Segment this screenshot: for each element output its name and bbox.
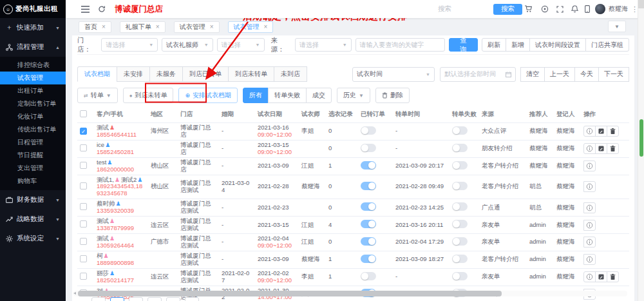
prev-page-button[interactable]: « <box>91 297 106 301</box>
clear-button[interactable]: 清空 <box>520 67 545 82</box>
subtab-未服务[interactable]: 未服务 <box>149 66 183 82</box>
transfer-order-button[interactable]: ⇄转单▼ <box>77 88 118 103</box>
delete-row-button[interactable] <box>607 143 619 154</box>
sidebar-item-购物车[interactable]: 购物车 <box>0 175 66 188</box>
store-select[interactable]: 请选择▼ <box>101 38 158 52</box>
customer-cell[interactable]: 柯♟18898900898 <box>94 251 148 268</box>
toolbar-button-试衣时间段设置[interactable]: 试衣时间段设置 <box>529 38 586 52</box>
page-button-4[interactable]: 4 <box>166 297 180 301</box>
fitting-time-select[interactable]: 试衣时间▼ <box>352 67 435 82</box>
keyword-input[interactable]: 请输入要查询的关键字 <box>355 38 445 52</box>
vertical-scroll-thumb[interactable] <box>639 119 643 157</box>
tab-试衣管理[interactable]: 试衣管理× <box>174 21 220 33</box>
detail-button[interactable] <box>583 160 596 171</box>
row-checkbox[interactable] <box>80 273 87 280</box>
subtab-未安排[interactable]: 未安排 <box>117 66 150 82</box>
sidebar-item-日程管理[interactable]: 日程管理 <box>0 136 66 149</box>
sidebar-item-化妆订单[interactable]: 化妆订单 <box>0 110 66 123</box>
customer-cell[interactable]: 丽莎♟18250214177 <box>94 268 148 286</box>
row-checkbox[interactable]: ✓ <box>80 128 87 135</box>
row-checkbox[interactable] <box>80 182 87 189</box>
fullscreen-icon[interactable] <box>556 0 564 18</box>
sidebar-item-支出管理[interactable]: 支出管理 <box>0 162 66 175</box>
prev-day-button[interactable]: 上一天 <box>544 67 575 82</box>
tab-首页[interactable]: 首页× <box>79 21 111 33</box>
transfer-failed-toggle[interactable] <box>452 237 468 246</box>
transfer-failed-toggle[interactable] <box>452 255 468 263</box>
delete-row-button[interactable] <box>607 126 619 137</box>
page-button-5[interactable]: 5 <box>185 297 199 301</box>
history-button[interactable]: 历史▼ <box>337 88 370 103</box>
filter-transfer-fail-button[interactable]: 转单失败 <box>268 88 307 103</box>
transferred-toggle[interactable] <box>361 126 376 135</box>
bell-icon[interactable] <box>571 0 578 18</box>
subtab-未到店[interactable]: 未到店 <box>274 66 307 82</box>
sidebar-group-流程管理[interactable]: 流程管理▲ <box>0 37 66 57</box>
fitter-select[interactable]: 试衣礼服师▼ <box>162 38 213 52</box>
search-button[interactable]: 搜索 <box>493 4 522 15</box>
page-button-2[interactable]: 2 <box>129 297 143 301</box>
next-day-button[interactable]: 下一天 <box>598 67 629 82</box>
edit-button[interactable] <box>595 143 607 154</box>
customer-cell[interactable]: 测试♟13387879999 <box>94 217 148 234</box>
status-select[interactable]: 请选择▼ <box>217 38 265 52</box>
transfer-failed-toggle[interactable] <box>452 182 468 190</box>
customer-cell[interactable]: test♟18620000000 <box>94 157 148 175</box>
row-checkbox[interactable] <box>80 255 87 262</box>
horizontal-scrollbar[interactable] <box>73 291 627 296</box>
sidebar-group-系统设定[interactable]: 系统设定▼ <box>0 229 66 248</box>
target-icon[interactable] <box>541 0 549 18</box>
sidebar-item-定制出售订单[interactable]: 定制出售订单 <box>0 97 66 110</box>
transferred-toggle[interactable] <box>361 161 376 170</box>
sidebar-item-出租订单[interactable]: 出租订单 <box>0 84 66 97</box>
tab-dropdown-button[interactable]: ▼ <box>608 21 626 32</box>
page-button-1[interactable]: 1 <box>110 297 124 301</box>
transfer-failed-toggle[interactable] <box>452 202 468 211</box>
close-icon[interactable]: × <box>210 23 214 30</box>
customer-cell[interactable]: ice♟15852450281 <box>94 140 148 157</box>
schedule-fitting-button[interactable]: ⊕安排试衣档期 <box>178 88 238 103</box>
user-name[interactable]: 蔡耀海 <box>609 0 628 18</box>
sidebar-item-传统出售订单[interactable]: 传统出售订单 <box>0 123 66 136</box>
sidebar-item-排控综合表[interactable]: 排控综合表 <box>0 59 66 72</box>
subtab-到店已转单[interactable]: 到店已转单 <box>182 66 229 82</box>
detail-button[interactable] <box>583 181 596 192</box>
row-checkbox[interactable] <box>80 203 87 210</box>
detail-button[interactable] <box>583 202 596 213</box>
subtab-试衣档期[interactable]: 试衣档期 <box>77 66 117 82</box>
transferred-toggle[interactable] <box>361 182 376 190</box>
detail-button[interactable] <box>583 220 596 231</box>
customer-cell[interactable]: 测试1,♟测试2♟18923434543,18932345678 <box>94 175 148 199</box>
refresh-icon[interactable] <box>98 0 106 18</box>
mobile-icon[interactable] <box>585 0 590 18</box>
transfer-failed-toggle[interactable] <box>452 144 468 152</box>
today-button[interactable]: 今天 <box>574 67 599 82</box>
delete-button[interactable]: 删除 <box>375 88 410 103</box>
toolbar-button-门店共享组[interactable]: 门店共享组 <box>585 38 629 52</box>
delete-row-button[interactable] <box>607 271 619 282</box>
tab-礼服下单[interactable]: 礼服下单× <box>120 21 166 33</box>
close-icon[interactable]: × <box>102 23 106 30</box>
transferred-toggle[interactable] <box>361 202 376 211</box>
date-range-input[interactable]: 默认选择全部时间 <box>440 67 516 82</box>
sidebar-item-试衣管理[interactable]: 试衣管理 <box>0 72 66 84</box>
cart-icon[interactable] <box>524 0 533 18</box>
arrived-not-transferred-button[interactable]: ●到店未转单 <box>123 88 174 103</box>
edit-button[interactable] <box>595 271 607 282</box>
transfer-failed-toggle[interactable] <box>452 220 468 228</box>
detail-button[interactable] <box>583 143 596 154</box>
hamburger-icon[interactable] <box>81 0 90 18</box>
horizontal-scroll-thumb[interactable] <box>78 291 502 296</box>
transfer-failed-toggle[interactable] <box>452 272 468 280</box>
sidebar-group-财务数据[interactable]: 财务数据▼ <box>0 190 66 209</box>
sidebar-item-节日提醒[interactable]: 节日提醒 <box>0 149 66 162</box>
row-checkbox[interactable] <box>80 144 87 151</box>
transferred-toggle[interactable] <box>361 220 376 228</box>
close-icon[interactable]: × <box>156 23 160 30</box>
select-all-checkbox[interactable] <box>80 110 87 117</box>
customer-cell[interactable]: 测试♟185546544111 <box>94 123 148 141</box>
sidebar-item-quick-add[interactable]: ＋ 快速添加 ▼ <box>0 18 66 37</box>
transferred-toggle[interactable] <box>361 272 376 280</box>
transferred-toggle[interactable] <box>361 255 376 263</box>
detail-button[interactable] <box>583 237 596 248</box>
